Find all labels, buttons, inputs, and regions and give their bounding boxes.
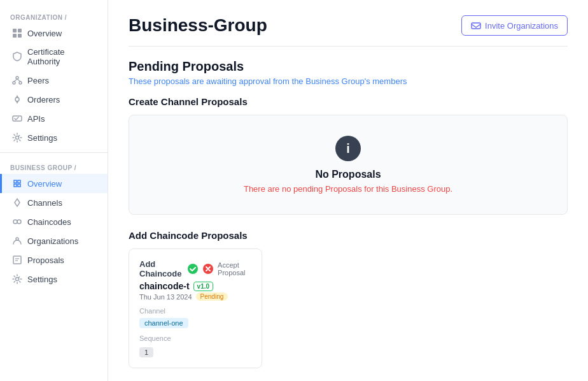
peers-icon (12, 75, 22, 85)
sidebar-item-label: Channels (27, 198, 62, 208)
sidebar-item-proposals[interactable]: Proposals (0, 250, 108, 270)
organizations-icon (12, 236, 22, 246)
sidebar-item-label: Overview (27, 29, 62, 38)
sequence-value: 1 (139, 347, 153, 357)
no-proposals-box: i No Proposals There are no pending Prop… (129, 115, 568, 215)
bg-overview-icon (12, 178, 22, 189)
add-chaincode-proposals-title: Add Chaincode Proposals (129, 230, 568, 241)
sidebar-item-orderers[interactable]: Orderers (0, 90, 108, 109)
sidebar-item-label: APIs (27, 114, 45, 124)
card-header: Add Chaincode Accept Proposal (139, 259, 251, 278)
svg-point-4 (16, 76, 18, 79)
version-badge: v1.0 (193, 282, 213, 291)
accept-label: Accept Proposal (218, 261, 251, 277)
svg-rect-15 (13, 256, 21, 264)
sidebar-divider (0, 152, 108, 153)
apis-icon (12, 113, 22, 124)
sidebar-item-label: Settings (27, 133, 57, 143)
orderers-icon (12, 94, 22, 104)
channel-value: channel-one (139, 318, 188, 328)
sidebar: ORGANIZATION / Overview Certificate Auth… (0, 0, 108, 381)
proposal-card: Add Chaincode Accept Proposal chaincode-… (129, 248, 262, 368)
sidebar-item-channels[interactable]: Channels (0, 193, 108, 212)
pending-badge: Pending (196, 292, 228, 301)
svg-point-13 (17, 220, 21, 224)
sidebar-item-settings[interactable]: Settings (0, 128, 108, 147)
sidebar-item-label: Proposals (27, 255, 64, 265)
svg-rect-0 (13, 29, 17, 32)
settings-icon (12, 133, 22, 143)
card-date: Thu Jun 13 2024 Pending (139, 292, 251, 301)
svg-line-8 (17, 79, 20, 82)
svg-rect-1 (18, 29, 22, 32)
sidebar-item-organizations[interactable]: Organizations (0, 231, 108, 250)
overview-icon (12, 28, 22, 38)
chaincodes-icon (12, 217, 22, 227)
page-title: Business-Group (129, 15, 267, 36)
header-divider (129, 46, 568, 47)
sidebar-item-label: Certificate Authority (27, 47, 97, 66)
sidebar-item-label: Organizations (27, 236, 78, 246)
svg-point-6 (19, 82, 22, 84)
svg-rect-3 (18, 34, 22, 38)
sidebar-item-bg-settings[interactable]: Settings (0, 270, 108, 289)
svg-rect-2 (13, 34, 17, 38)
sidebar-item-label: Chaincodes (27, 217, 71, 227)
svg-point-12 (13, 220, 17, 224)
page-header: Business-Group Invite Organizations (129, 15, 568, 36)
channel-label: Channel (139, 307, 251, 315)
sidebar-item-label: Settings (27, 275, 57, 284)
sidebar-item-apis[interactable]: APIs (0, 109, 108, 128)
svg-point-20 (188, 264, 198, 274)
info-icon: i (335, 136, 361, 161)
bg-settings-icon (12, 274, 22, 284)
sidebar-item-label: Peers (27, 76, 49, 85)
invite-icon (471, 20, 481, 31)
group-section-label: BUSINESS GROUP / (0, 158, 108, 174)
channels-icon (12, 198, 22, 208)
no-proposals-desc: There are no pending Proposals for this … (244, 184, 452, 194)
sidebar-item-label: Overview (27, 179, 62, 189)
card-actions: Accept Proposal (187, 261, 251, 277)
sidebar-item-peers[interactable]: Peers (0, 71, 108, 90)
no-proposals-title: No Proposals (315, 169, 381, 180)
shield-icon (12, 52, 22, 62)
svg-point-9 (15, 97, 19, 101)
reject-icon[interactable] (202, 263, 214, 275)
card-chaincode-name: chaincode-t v1.0 (139, 281, 251, 291)
sidebar-item-certificate-authority[interactable]: Certificate Authority (0, 43, 108, 71)
sidebar-item-label: Orderers (27, 95, 60, 104)
svg-point-5 (13, 82, 15, 84)
sidebar-item-bg-overview[interactable]: Overview (0, 174, 108, 193)
main-content: Business-Group Invite Organizations Pend… (108, 0, 588, 381)
invite-organizations-button[interactable]: Invite Organizations (461, 15, 568, 36)
sidebar-item-chaincodes[interactable]: Chaincodes (0, 212, 108, 231)
org-section-label: ORGANIZATION / (0, 8, 108, 24)
card-title-label: Add Chaincode (139, 259, 187, 278)
pending-proposals-title: Pending Proposals (129, 59, 568, 74)
svg-line-7 (14, 79, 17, 82)
sidebar-item-overview[interactable]: Overview (0, 24, 108, 43)
sequence-label: Sequence (139, 334, 251, 342)
add-chaincode-section: Add Chaincode Accept Proposal chaincode-… (129, 248, 568, 368)
create-channel-proposals-title: Create Channel Proposals (129, 96, 568, 107)
accept-icon[interactable] (187, 263, 199, 275)
proposals-icon (12, 255, 22, 265)
pending-proposals-subtitle: These proposals are awaiting approval fr… (129, 76, 568, 86)
